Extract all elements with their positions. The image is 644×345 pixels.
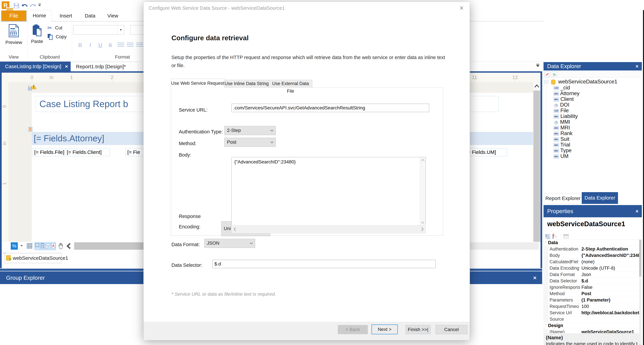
dialog-close-icon[interactable]: × — [460, 2, 464, 14]
tab-list-dropdown-icon[interactable] — [536, 64, 540, 67]
tree-item[interactable]: abc Trial — [544, 142, 641, 148]
property-row[interactable]: Data Selector$.d — [544, 278, 641, 284]
tree-item[interactable]: abc Suit — [544, 136, 641, 142]
tab-use-inline-data-string[interactable]: Use Inline Data String — [224, 80, 269, 88]
property-row[interactable]: RequestTimeo100 — [544, 304, 641, 310]
authentication-type-dropdown[interactable]: 2-Step — [224, 126, 276, 135]
copy-button[interactable]: Copy — [47, 34, 74, 41]
ruler-toggle-icon[interactable] — [45, 242, 51, 250]
property-row[interactable]: Authentication2-Step Authentication — [544, 246, 641, 252]
font-size-combo[interactable] — [130, 25, 145, 34]
save-icon[interactable] — [14, 3, 20, 9]
doc-tab-report1[interactable]: Report1.trdp [Design]* — [71, 62, 138, 72]
data-format-dropdown[interactable]: JSON — [204, 239, 255, 248]
tree-item[interactable]: 123 File — [544, 108, 641, 114]
panel-tab-report-explorer[interactable]: Report Explorer — [544, 193, 582, 204]
tree-item[interactable]: ◷ MMI — [544, 119, 641, 125]
watermark-icon[interactable] — [40, 242, 45, 250]
tree-item[interactable]: 123 _cid — [544, 85, 641, 90]
property-row[interactable]: IgnoreResponsFalse — [544, 284, 641, 291]
property-category-data[interactable]: ˇData — [544, 240, 641, 246]
detail-cell-client[interactable]: [= Fields.Client] — [65, 148, 110, 156]
tree-expander-icon[interactable]: − — [544, 80, 548, 84]
design-vscrollbar[interactable] — [533, 82, 540, 243]
align-right-button[interactable] — [136, 42, 143, 48]
scroll-up-icon[interactable] — [533, 82, 540, 90]
italic-button[interactable]: I — [86, 40, 94, 50]
finish-button[interactable]: Finish >>| — [406, 325, 430, 334]
dialog-titlebar[interactable]: Configure Web Service Data Source - webS… — [144, 2, 470, 14]
properties-scroll-thumb[interactable] — [639, 240, 642, 276]
doc-tab-caselisting[interactable]: CaseListing.trdp [Design] × — [0, 62, 70, 71]
property-pages-icon[interactable] — [563, 234, 569, 238]
properties-scrollbar[interactable] — [639, 240, 642, 333]
zoom-percent-button[interactable]: % — [11, 242, 18, 250]
redo-icon[interactable] — [30, 4, 36, 9]
undo-icon[interactable] — [21, 4, 28, 9]
file-tab[interactable]: File — [1, 10, 26, 21]
qat-customize-icon[interactable] — [38, 4, 41, 6]
property-row[interactable]: MethodPost — [544, 291, 641, 297]
tab-use-external-data-file[interactable]: Use External Data File — [269, 80, 312, 88]
properties-close-icon[interactable]: × — [636, 205, 638, 217]
property-row[interactable]: Source — [544, 316, 641, 322]
collapse-left-icon[interactable] — [66, 243, 71, 249]
align-left-button[interactable] — [118, 42, 124, 48]
tab-view[interactable]: View — [103, 10, 122, 21]
property-row[interactable]: (Name)webServiceDataSource1 — [544, 329, 641, 333]
paste-button[interactable]: Paste — [30, 24, 44, 52]
tree-item[interactable]: abc MRI — [544, 125, 641, 130]
detail-cell-um[interactable]: [= Fields.UM] — [464, 148, 507, 156]
design-vscroll-thumb[interactable] — [534, 90, 540, 243]
data-explorer-close-icon[interactable]: × — [636, 62, 638, 70]
tree-item[interactable]: abc Attorney — [544, 90, 641, 96]
combo-arrow-icon[interactable]: ▾ — [118, 25, 124, 34]
pan-hand-icon[interactable] — [58, 243, 64, 249]
alphabetical-sort-icon[interactable]: A Z ↓ — [552, 234, 559, 239]
property-row[interactable]: Body{"AdvancedSearchID":23480} — [544, 252, 641, 259]
back-button[interactable]: < Back — [338, 325, 368, 334]
datasource-item[interactable]: ↻ webServiceDataSource1 — [4, 253, 61, 263]
snap-grid-icon[interactable] — [34, 242, 40, 250]
tree-item[interactable]: ◷ DOI — [544, 102, 641, 108]
method-dropdown[interactable]: Post — [224, 138, 276, 147]
preview-button[interactable]: Preview — [4, 24, 24, 52]
tab-insert[interactable]: Insert — [55, 10, 76, 21]
tab-home[interactable]: Home — [27, 10, 52, 22]
align-center-button[interactable] — [127, 42, 134, 48]
property-row[interactable]: Service Urlhttp://weblocal.backdocket.c — [544, 310, 641, 316]
property-row[interactable]: CalculatedFiel(none) — [544, 259, 641, 265]
doc-tab-close-icon[interactable]: × — [65, 62, 68, 71]
bold-button[interactable]: B — [76, 40, 84, 50]
tab-data[interactable]: Data — [81, 10, 99, 21]
detail-cell-file[interactable]: [= Fields.File] — [32, 148, 66, 156]
font-preview-icon[interactable]: A — [51, 242, 56, 250]
body-hscrollbar[interactable] — [232, 225, 426, 234]
tab-use-web-service-request[interactable]: Use Web Service Request — [171, 79, 224, 88]
property-row[interactable]: Data EncodingUnicode (UTF-8) — [544, 265, 641, 272]
tree-item[interactable]: abc Type — [544, 148, 641, 153]
cancel-button[interactable]: Cancel — [436, 325, 467, 334]
underline-button[interactable]: U — [96, 40, 105, 50]
tree-item[interactable]: abc UM — [544, 153, 641, 159]
strikethrough-button[interactable]: S — [106, 40, 115, 50]
property-row[interactable]: Data FormatJson — [544, 272, 641, 278]
property-row[interactable]: Parameters(1 Parameter) — [544, 297, 641, 304]
group-explorer-close-icon[interactable]: × — [533, 271, 536, 284]
selection-handle[interactable] — [4, 252, 6, 254]
font-family-combo[interactable]: ▾ — [73, 25, 124, 34]
cut-button[interactable]: ✂ Cut — [47, 24, 71, 32]
service-url-input[interactable] — [232, 104, 429, 112]
tree-item[interactable]: abc Client — [544, 96, 641, 102]
data-selector-input[interactable] — [212, 260, 436, 268]
tree-item[interactable]: abc Liability — [544, 114, 641, 119]
tree-item[interactable]: abc Rank — [544, 130, 641, 136]
zoom-dropdown-icon[interactable] — [20, 245, 23, 246]
property-category-design[interactable]: ˇDesign — [544, 322, 641, 329]
tree-root[interactable]: − webServiceDataSource1 — [544, 78, 641, 85]
edit-datasource-icon[interactable] — [545, 72, 550, 77]
refresh-datasource-icon[interactable]: ↻ — [552, 72, 557, 77]
panel-tab-data-explorer[interactable]: Data Explorer — [582, 192, 618, 204]
grid-toggle-icon[interactable] — [27, 243, 32, 249]
body-textarea[interactable]: {"AdvancedSearchID":23480} — [232, 157, 426, 234]
